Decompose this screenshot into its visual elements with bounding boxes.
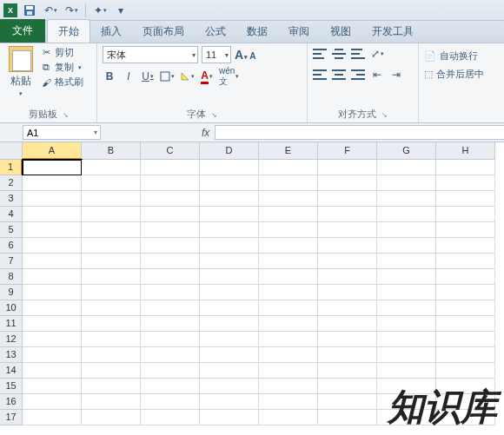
cell[interactable] [259, 332, 318, 347]
cell[interactable] [377, 160, 436, 175]
tab-developer[interactable]: 开发工具 [361, 20, 424, 43]
cell[interactable] [200, 238, 259, 254]
row-header[interactable]: 7 [0, 254, 23, 269]
cell[interactable] [23, 300, 82, 316]
cell[interactable] [23, 254, 82, 269]
cell[interactable] [200, 363, 259, 379]
cell[interactable] [436, 207, 495, 222]
tab-page-layout[interactable]: 页面布局 [132, 20, 195, 43]
cell[interactable] [377, 238, 436, 254]
cell[interactable] [318, 254, 377, 269]
cell[interactable] [259, 207, 318, 222]
cell[interactable] [141, 394, 200, 410]
row-header[interactable]: 1 [0, 160, 23, 175]
row-header[interactable]: 12 [0, 332, 23, 347]
save-icon[interactable] [21, 2, 38, 19]
cell[interactable] [23, 222, 82, 238]
row-header[interactable]: 4 [0, 207, 23, 222]
cell[interactable] [141, 191, 200, 207]
row-header[interactable]: 10 [0, 300, 23, 316]
cell[interactable] [82, 394, 141, 410]
cell[interactable] [436, 285, 495, 300]
cell[interactable] [82, 332, 141, 347]
cell[interactable] [23, 316, 82, 332]
cell[interactable] [318, 363, 377, 379]
cell[interactable] [377, 300, 436, 316]
cell[interactable] [82, 316, 141, 332]
decrease-indent-button[interactable]: ⇤ [370, 67, 384, 82]
cell[interactable] [141, 379, 200, 394]
cell[interactable] [318, 332, 377, 347]
formula-input[interactable] [215, 125, 504, 140]
cell[interactable] [318, 394, 377, 410]
increase-indent-button[interactable]: ⇥ [389, 67, 403, 82]
row-header[interactable]: 15 [0, 379, 23, 394]
tool-icon[interactable]: ✦ [91, 2, 109, 19]
cell[interactable] [377, 191, 436, 207]
row-header[interactable]: 11 [0, 316, 23, 332]
cell[interactable] [259, 191, 318, 207]
dialog-launcher-icon[interactable] [206, 109, 217, 119]
orientation-button[interactable]: ⤢ [370, 46, 384, 62]
column-header[interactable]: E [259, 142, 318, 160]
cell[interactable] [259, 316, 318, 332]
bold-button[interactable]: B [103, 69, 116, 84]
cell[interactable] [82, 191, 141, 207]
cell[interactable] [436, 363, 495, 379]
row-header[interactable]: 2 [0, 175, 23, 191]
cell[interactable] [318, 191, 377, 207]
cell[interactable] [377, 254, 436, 269]
cell[interactable] [377, 269, 436, 285]
cell[interactable] [259, 347, 318, 363]
cell[interactable] [318, 379, 377, 394]
font-size-combo[interactable]: 11 [202, 46, 231, 63]
cell[interactable] [23, 410, 82, 425]
wrap-text-button[interactable]: 📄自动换行 [424, 49, 497, 63]
tab-formulas[interactable]: 公式 [195, 20, 236, 43]
cell[interactable] [141, 300, 200, 316]
cell[interactable] [23, 175, 82, 191]
tab-view[interactable]: 视图 [320, 20, 361, 43]
cell[interactable] [82, 300, 141, 316]
cell[interactable] [259, 222, 318, 238]
cell[interactable] [377, 285, 436, 300]
cell[interactable] [82, 238, 141, 254]
column-header[interactable]: D [200, 142, 259, 160]
name-box[interactable]: A1 [23, 125, 101, 140]
cell[interactable] [318, 269, 377, 285]
cell[interactable] [141, 160, 200, 175]
paste-button[interactable]: 粘贴 ▾ [5, 46, 36, 97]
cell[interactable] [377, 363, 436, 379]
cell[interactable] [259, 285, 318, 300]
cell[interactable] [377, 222, 436, 238]
cell[interactable] [200, 285, 259, 300]
italic-button[interactable]: I [122, 69, 136, 84]
cell[interactable] [200, 316, 259, 332]
row-header[interactable]: 14 [0, 363, 23, 379]
cell[interactable] [141, 332, 200, 347]
cell[interactable] [436, 160, 495, 175]
cell[interactable] [141, 222, 200, 238]
cell[interactable] [200, 222, 259, 238]
tab-insert[interactable]: 插入 [90, 20, 132, 43]
cell[interactable] [23, 207, 82, 222]
cell[interactable] [141, 238, 200, 254]
cell[interactable] [377, 316, 436, 332]
cell[interactable] [200, 379, 259, 394]
cell[interactable] [436, 254, 495, 269]
cell[interactable] [436, 379, 495, 394]
cut-button[interactable]: ✂剪切 [40, 46, 83, 59]
cell[interactable] [141, 316, 200, 332]
row-header[interactable]: 5 [0, 222, 23, 238]
cell[interactable] [23, 379, 82, 394]
phonetic-button[interactable]: wén文 [219, 69, 239, 84]
cell[interactable] [318, 222, 377, 238]
cell[interactable] [141, 363, 200, 379]
tab-home[interactable]: 开始 [47, 19, 90, 43]
cell[interactable] [259, 175, 318, 191]
cell[interactable] [259, 254, 318, 269]
cell[interactable] [200, 394, 259, 410]
cell[interactable] [82, 254, 141, 269]
fx-icon[interactable]: fx [196, 123, 215, 142]
cell[interactable] [377, 175, 436, 191]
